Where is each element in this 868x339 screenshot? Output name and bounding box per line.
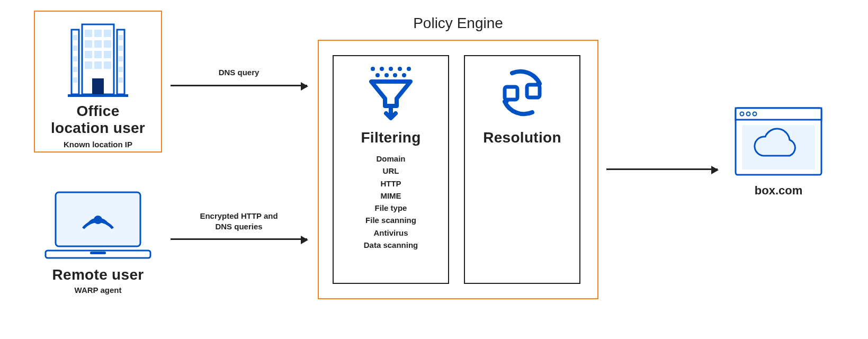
arrow-label-dns: DNS query (171, 68, 307, 77)
svg-point-31 (380, 67, 384, 71)
svg-rect-46 (742, 125, 815, 170)
svg-rect-11 (94, 51, 102, 58)
filtering-item: Data scanning (339, 239, 443, 251)
filtering-item: Domain (339, 153, 443, 165)
cycle-icon (493, 64, 551, 122)
filtering-item: File type (339, 202, 443, 214)
svg-rect-10 (85, 51, 92, 58)
svg-rect-5 (94, 30, 102, 37)
building-icon (58, 20, 138, 100)
svg-rect-25 (119, 77, 123, 83)
arrow-label-encrypted-line2: DNS queries (215, 222, 262, 231)
svg-point-36 (384, 73, 389, 77)
resolution-title: Resolution (470, 129, 574, 146)
svg-rect-39 (505, 87, 517, 100)
diagram-canvas: { "office": { "title1": "Office", "title… (0, 0, 868, 339)
filtering-item: MIME (339, 190, 443, 202)
office-user-block: Office location user Known location IP (34, 11, 162, 153)
office-subtitle: Known location IP (35, 140, 161, 149)
remote-title: Remote user (34, 266, 162, 283)
filtering-card: Filtering Domain URL HTTP MIME File type… (333, 55, 449, 284)
laptop-icon (42, 188, 154, 262)
svg-rect-14 (94, 61, 102, 69)
svg-rect-24 (119, 67, 123, 72)
remote-user-block: Remote user WARP agent (34, 188, 162, 295)
svg-point-37 (393, 73, 397, 77)
destination-label: box.com (728, 184, 829, 198)
svg-rect-22 (119, 46, 123, 51)
filtering-items: Domain URL HTTP MIME File type File scan… (339, 153, 443, 251)
svg-point-33 (398, 67, 402, 71)
filtering-item: URL (339, 165, 443, 177)
svg-rect-16 (73, 35, 77, 40)
svg-point-30 (371, 67, 375, 71)
svg-point-38 (402, 73, 406, 77)
svg-rect-26 (92, 78, 104, 94)
svg-point-34 (407, 67, 411, 71)
arrow-encrypted (171, 238, 307, 240)
svg-rect-17 (73, 46, 77, 51)
svg-rect-28 (90, 252, 106, 254)
filtering-title: Filtering (339, 129, 443, 146)
destination-block: box.com (728, 106, 829, 198)
svg-rect-9 (104, 40, 111, 48)
browser-cloud-icon (733, 106, 824, 177)
svg-rect-19 (73, 67, 77, 72)
funnel-icon (362, 64, 420, 122)
arrow-dns (171, 85, 307, 86)
svg-rect-7 (85, 40, 92, 48)
policy-engine-title: Policy Engine (318, 15, 598, 32)
filtering-item: File scanning (339, 214, 443, 226)
svg-rect-23 (119, 56, 123, 61)
svg-rect-15 (104, 61, 111, 69)
svg-rect-18 (73, 56, 77, 61)
svg-rect-21 (119, 35, 123, 40)
svg-rect-20 (73, 77, 77, 83)
arrow-to-destination (606, 168, 718, 170)
remote-subtitle: WARP agent (34, 286, 162, 295)
arrow-label-encrypted: Encrypted HTTP and DNS queries (171, 211, 307, 233)
arrow-label-encrypted-line1: Encrypted HTTP and (200, 211, 278, 220)
svg-point-32 (389, 67, 393, 71)
svg-rect-12 (104, 51, 111, 58)
svg-rect-42 (736, 108, 821, 120)
svg-rect-8 (94, 40, 102, 48)
svg-rect-13 (85, 61, 92, 69)
svg-rect-6 (104, 30, 111, 37)
resolution-card: Resolution (464, 55, 580, 284)
office-title-line1: Office (35, 103, 161, 120)
office-title-line2: location user (35, 120, 161, 137)
svg-rect-4 (85, 30, 92, 37)
svg-rect-40 (527, 85, 540, 97)
filtering-item: HTTP (339, 177, 443, 190)
svg-point-35 (375, 73, 380, 77)
filtering-item: Antivirus (339, 227, 443, 239)
